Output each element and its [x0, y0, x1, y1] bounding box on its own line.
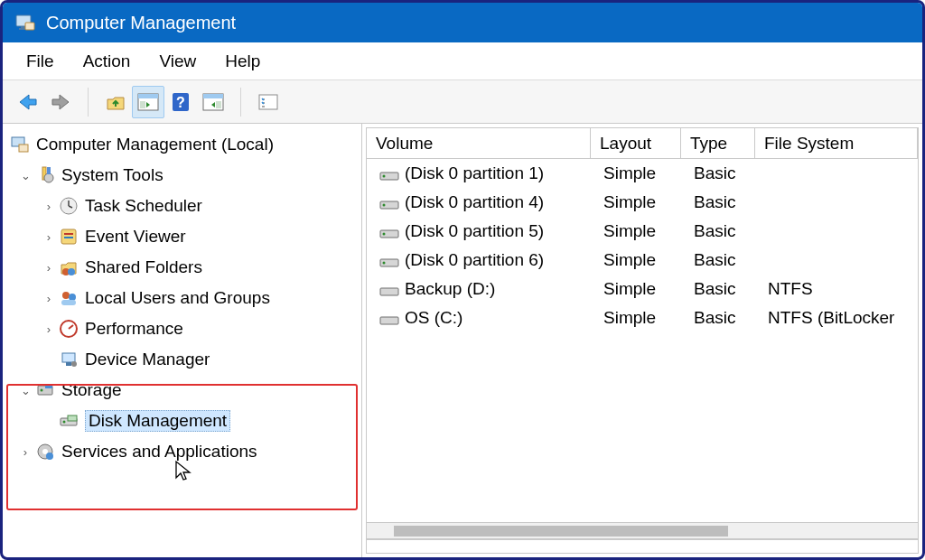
back-button[interactable]	[12, 86, 44, 118]
tree-label: Device Manager	[85, 350, 210, 369]
column-volume[interactable]: Volume	[367, 128, 591, 158]
svg-rect-23	[64, 237, 73, 238]
svg-rect-11	[203, 94, 223, 98]
volume-icon	[379, 312, 399, 324]
svg-rect-16	[19, 145, 28, 152]
volume-icon	[379, 167, 399, 180]
chevron-down-icon[interactable]: ⌄	[17, 169, 33, 182]
title-bar: Computer Management	[3, 3, 922, 42]
shared-folders-icon	[57, 256, 80, 279]
chevron-right-icon[interactable]: ›	[41, 292, 57, 305]
tree-disk-management[interactable]: Disk Management	[5, 406, 360, 436]
svg-point-32	[71, 361, 77, 367]
volume-row[interactable]: OS (C:) Simple Basic NTFS (BitLocker	[367, 303, 918, 332]
tree-label: Task Scheduler	[85, 196, 202, 216]
menu-file[interactable]: File	[12, 48, 69, 75]
properties-button[interactable]	[252, 86, 285, 118]
menu-view[interactable]: View	[145, 48, 210, 75]
forward-button[interactable]	[44, 86, 77, 118]
menu-help[interactable]: Help	[210, 48, 275, 75]
svg-rect-38	[68, 415, 77, 421]
event-viewer-icon	[57, 225, 80, 248]
tree-label: Storage	[61, 380, 122, 400]
svg-point-25	[68, 268, 75, 275]
tree-system-tools[interactable]: ⌄ System Tools	[5, 160, 360, 191]
tree-label: Local Users and Groups	[85, 288, 270, 308]
volume-icon	[379, 283, 399, 295]
svg-point-47	[383, 233, 386, 236]
disk-management-icon	[57, 409, 80, 433]
volume-row[interactable]: (Disk 0 partition 4) Simple Basic	[367, 188, 918, 217]
tree-services-apps[interactable]: › Services and Applications	[5, 436, 360, 467]
performance-icon	[57, 317, 80, 341]
volume-list-body: (Disk 0 partition 1) Simple Basic (Disk …	[367, 159, 918, 522]
svg-point-40	[42, 449, 48, 454]
volume-row[interactable]: (Disk 0 partition 5) Simple Basic	[367, 217, 918, 246]
svg-point-49	[383, 262, 386, 265]
tree-device-manager[interactable]: Device Manager	[5, 344, 360, 375]
tree-storage[interactable]: ⌄ Storage	[5, 375, 360, 406]
volume-icon	[379, 254, 399, 266]
svg-rect-12	[216, 101, 221, 108]
tree-shared-folders[interactable]: › Shared Folders	[5, 252, 360, 283]
chevron-right-icon[interactable]: ›	[41, 230, 57, 244]
volume-row[interactable]: (Disk 0 partition 6) Simple Basic	[367, 246, 918, 275]
storage-icon	[33, 378, 57, 402]
tree-root-label: Computer Management (Local)	[36, 135, 274, 154]
tools-icon	[33, 163, 57, 187]
svg-point-26	[62, 292, 70, 299]
scrollbar-thumb[interactable]	[394, 526, 728, 537]
services-icon	[33, 440, 57, 463]
window-title: Computer Management	[46, 13, 236, 33]
toolbar: ?	[3, 80, 922, 124]
device-manager-icon	[57, 348, 80, 371]
volume-row[interactable]: (Disk 0 partition 1) Simple Basic	[367, 159, 918, 188]
tree-label: Services and Applications	[61, 442, 257, 462]
svg-point-45	[383, 204, 386, 207]
svg-point-34	[41, 389, 43, 392]
tree-task-scheduler[interactable]: › Task Scheduler	[5, 191, 360, 221]
bottom-pane-divider[interactable]	[367, 538, 918, 553]
volume-icon	[379, 225, 399, 238]
volume-list-header: Volume Layout Type File System	[367, 128, 918, 159]
svg-point-43	[383, 175, 386, 178]
column-layout[interactable]: Layout	[591, 128, 681, 158]
svg-text:?: ?	[176, 95, 185, 110]
up-folder-button[interactable]	[99, 86, 132, 118]
chevron-down-icon[interactable]: ⌄	[17, 384, 33, 397]
column-type[interactable]: Type	[681, 128, 755, 158]
users-icon	[57, 286, 80, 310]
tree-label: Event Viewer	[85, 227, 186, 247]
svg-rect-50	[380, 288, 398, 295]
column-filesystem[interactable]: File System	[755, 128, 918, 158]
show-hide-action-pane-button[interactable]	[197, 86, 229, 118]
tree-label: Disk Management	[85, 410, 230, 432]
volume-row[interactable]: Backup (D:) Simple Basic NTFS	[367, 275, 918, 303]
chevron-right-icon[interactable]: ›	[41, 322, 57, 336]
computer-management-icon	[8, 133, 32, 156]
tree-panel: Computer Management (Local) ⌄ System Too…	[3, 124, 362, 557]
svg-point-41	[46, 453, 53, 460]
show-hide-tree-button[interactable]	[132, 86, 164, 118]
menu-action[interactable]: Action	[69, 48, 145, 75]
tree-label: System Tools	[61, 165, 164, 185]
chevron-right-icon[interactable]: ›	[17, 445, 33, 459]
tree-root[interactable]: Computer Management (Local)	[5, 129, 360, 160]
svg-rect-51	[380, 317, 398, 324]
volume-list-panel: Volume Layout Type File System (Disk 0 p…	[366, 127, 919, 554]
svg-rect-6	[140, 101, 145, 108]
main-area: Computer Management (Local) ⌄ System Too…	[3, 124, 922, 557]
svg-point-37	[63, 421, 66, 424]
tree-event-viewer[interactable]: › Event Viewer	[5, 221, 360, 252]
tree-local-users[interactable]: › Local Users and Groups	[5, 283, 360, 313]
horizontal-scrollbar[interactable]	[367, 522, 918, 538]
tree-performance[interactable]: › Performance	[5, 313, 360, 344]
clock-icon	[57, 194, 80, 218]
help-button[interactable]: ?	[164, 86, 197, 118]
svg-rect-22	[64, 233, 73, 235]
svg-rect-19	[47, 167, 51, 174]
volume-icon	[379, 196, 399, 209]
chevron-right-icon[interactable]: ›	[41, 261, 57, 275]
chevron-right-icon[interactable]: ›	[41, 200, 57, 213]
svg-point-27	[69, 294, 76, 301]
